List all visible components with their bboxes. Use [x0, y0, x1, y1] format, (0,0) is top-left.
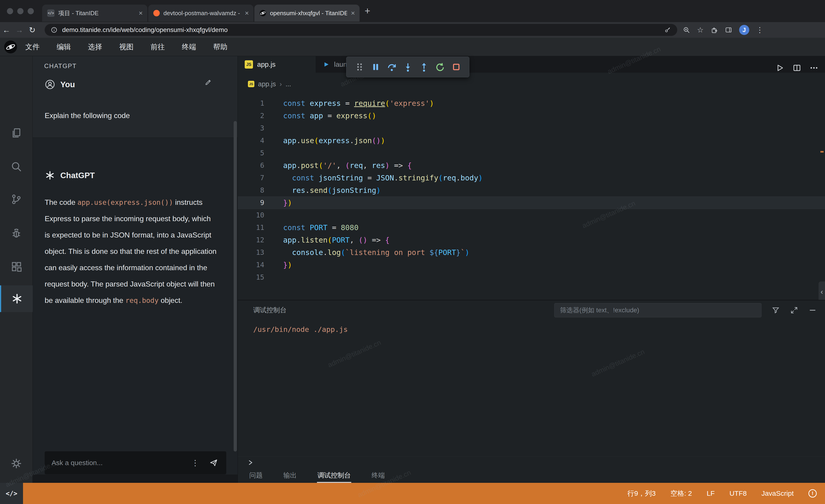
user-avatar-icon: [45, 79, 55, 90]
zoom-search-icon[interactable]: [683, 26, 690, 33]
site-info-icon[interactable]: [51, 26, 58, 33]
filter-icon[interactable]: [771, 306, 780, 314]
browser-menu-kebab-icon[interactable]: ⋮: [756, 25, 763, 34]
status-indentation[interactable]: 空格: 2: [671, 489, 692, 498]
extensions-icon[interactable]: [0, 253, 33, 280]
code-line[interactable]: 15: [238, 271, 825, 283]
panel-tab-debug-console[interactable]: 调试控制台: [317, 469, 351, 482]
code-line[interactable]: 4app.use(express.json()): [238, 135, 825, 147]
debug-step-out-icon[interactable]: [419, 62, 429, 72]
user-message: Explain the following code: [45, 111, 130, 120]
status-eol[interactable]: LF: [707, 490, 715, 497]
new-tab-button[interactable]: +: [365, 6, 370, 17]
chat-input[interactable]: [45, 459, 191, 467]
tab-close-icon[interactable]: ×: [351, 10, 355, 17]
tab-close-icon[interactable]: ×: [245, 10, 249, 17]
chatgpt-icon[interactable]: [0, 285, 33, 312]
settings-gear-icon[interactable]: [0, 450, 33, 477]
code-line[interactable]: 12app.listen(PORT, () => {: [238, 234, 825, 246]
split-editor-icon[interactable]: [792, 63, 802, 73]
menu-view[interactable]: 视图: [119, 42, 134, 52]
chat-options-kebab-icon[interactable]: ⋮: [191, 458, 199, 468]
code-line[interactable]: 1const express = require('express'): [238, 97, 825, 109]
url-text[interactable]: demo.titanide.cn/ide/web/coding/opensumi…: [62, 26, 660, 33]
editor-tab-appjs[interactable]: JS app.js: [238, 56, 316, 73]
code-line[interactable]: 5: [238, 147, 825, 159]
menu-help[interactable]: 帮助: [213, 42, 227, 52]
traffic-light-zoom[interactable]: [27, 8, 34, 14]
chat-scrollbar[interactable]: [234, 121, 237, 451]
chat-input-box[interactable]: ⋮: [45, 451, 226, 474]
console-filter-box[interactable]: [554, 303, 761, 317]
profile-avatar[interactable]: J: [739, 25, 749, 35]
status-cursor-position[interactable]: 行9，列3: [627, 489, 656, 498]
code-line[interactable]: 8 res.send(jsonString): [238, 184, 825, 196]
browser-tab-title: opensumi-xhxqfgvl - TitanIDE: [270, 10, 347, 17]
titanide-logo-icon[interactable]: [4, 40, 17, 54]
more-actions-icon[interactable]: [809, 63, 819, 73]
forward-icon[interactable]: →: [13, 25, 26, 34]
reload-icon[interactable]: ↻: [26, 25, 39, 34]
menu-edit[interactable]: 编辑: [57, 42, 71, 52]
side-panel-icon[interactable]: [725, 26, 732, 33]
traffic-light-minimize[interactable]: [17, 8, 23, 14]
explorer-files-icon[interactable]: [0, 120, 33, 146]
maximize-panel-icon[interactable]: [790, 306, 798, 314]
notifications-icon[interactable]: !: [808, 489, 817, 498]
editor-tab-bar: JS app.js laun: [238, 56, 825, 73]
address-bar[interactable]: demo.titanide.cn/ide/web/coding/opensumi…: [45, 24, 677, 36]
browser-actions: ☆ J ⋮: [683, 25, 763, 35]
password-key-icon[interactable]: [664, 26, 671, 33]
console-filter-input[interactable]: [554, 307, 761, 314]
code-line[interactable]: 14}): [238, 259, 825, 271]
code-line[interactable]: 6app.post('/', (req, res) => {: [238, 159, 825, 172]
drag-gripper-icon[interactable]: [355, 62, 364, 72]
back-icon[interactable]: ←: [0, 25, 13, 34]
menu-selection[interactable]: 选择: [88, 42, 102, 52]
extensions-puzzle-icon[interactable]: [710, 26, 718, 33]
dev-mode-icon[interactable]: </>: [0, 483, 23, 504]
code-line[interactable]: 11const PORT = 8080: [238, 222, 825, 234]
panel-tab-problems[interactable]: 问题: [249, 469, 263, 482]
code-line[interactable]: 10: [238, 209, 825, 222]
console-input-row[interactable]: [238, 456, 825, 469]
breadcrumb[interactable]: JS app.js › ...: [248, 74, 291, 94]
run-play-icon[interactable]: [775, 63, 784, 73]
minimize-panel-icon[interactable]: [808, 306, 817, 314]
panel-tab-output[interactable]: 输出: [283, 469, 297, 482]
menu-terminal[interactable]: 终端: [182, 42, 196, 52]
code-line[interactable]: 13 console.log(`listening on port ${PORT…: [238, 246, 825, 259]
debug-stop-icon[interactable]: [451, 62, 461, 72]
code-line[interactable]: 7 const jsonString = JSON.stringify(req.…: [238, 172, 825, 184]
menu-file[interactable]: 文件: [25, 42, 40, 52]
code-favicon-icon: </>: [47, 9, 55, 17]
debug-bug-icon[interactable]: [0, 220, 33, 247]
debug-pause-icon[interactable]: [371, 62, 380, 72]
traffic-light-close[interactable]: [7, 8, 13, 14]
menu-go[interactable]: 前往: [151, 42, 165, 52]
debug-step-into-icon[interactable]: [403, 62, 413, 72]
send-icon[interactable]: [209, 458, 218, 467]
bookmark-star-icon[interactable]: ☆: [697, 25, 704, 34]
breadcrumb-more[interactable]: ...: [285, 80, 291, 88]
debug-step-over-icon[interactable]: [387, 62, 397, 72]
breadcrumb-file[interactable]: app.js: [258, 80, 276, 88]
browser-tab[interactable]: devtool-postman-walvamdz - ×: [148, 5, 253, 22]
code-line[interactable]: 9}): [238, 196, 825, 209]
source-control-icon[interactable]: [0, 186, 33, 213]
browser-tab[interactable]: </> 项目 - TitanIDE ×: [42, 5, 147, 22]
debug-restart-icon[interactable]: [435, 62, 445, 72]
right-panel-toggle[interactable]: ‹: [819, 281, 825, 302]
editor-region: JS app.js laun: [238, 56, 825, 483]
panel-tab-terminal[interactable]: 终端: [371, 469, 385, 482]
edit-icon[interactable]: [204, 78, 212, 86]
browser-tab-title: devtool-postman-walvamdz -: [163, 10, 241, 17]
code-line[interactable]: 3: [238, 122, 825, 135]
user-label: You: [60, 80, 75, 89]
search-icon[interactable]: [0, 153, 33, 180]
code-line[interactable]: 2const app = express(): [238, 109, 825, 122]
browser-tab-active[interactable]: opensumi-xhxqfgvl - TitanIDE ×: [254, 5, 360, 22]
tab-close-icon[interactable]: ×: [139, 10, 143, 17]
status-language[interactable]: JavaScript: [761, 490, 794, 497]
status-encoding[interactable]: UTF8: [730, 490, 747, 497]
